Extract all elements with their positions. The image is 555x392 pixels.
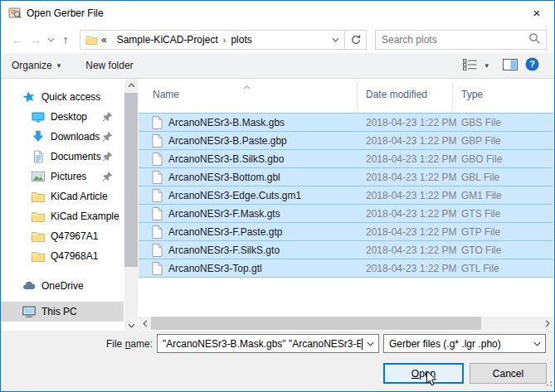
folder-icon <box>85 34 98 46</box>
view-dropdown-icon[interactable]: ▾ <box>484 61 489 70</box>
file-row[interactable]: ArcanoNESr3-B.Mask.gbs 2018-04-23 1:22 P… <box>139 114 553 132</box>
scroll-left-icon[interactable] <box>139 317 151 330</box>
file-date-modified: 2018-04-23 1:22 PM <box>366 153 461 165</box>
up-icon[interactable]: ↑ <box>56 31 75 49</box>
history-chevron-icon[interactable] <box>45 31 56 49</box>
sidebar-item-desktop[interactable]: Desktop <box>1 107 124 127</box>
quick-access-icon <box>22 90 36 104</box>
scrollbar-track[interactable] <box>151 317 541 330</box>
search-icon[interactable] <box>528 32 540 46</box>
new-folder-button[interactable]: New folder <box>85 60 133 71</box>
cancel-button[interactable]: Cancel <box>470 363 547 384</box>
file-type: GBS File <box>461 117 501 128</box>
view-controls: ▾ ? <box>463 57 543 74</box>
column-header-date-modified[interactable]: Date modified <box>366 89 427 100</box>
organize-dropdown-icon: ▾ <box>57 61 61 70</box>
column-divider[interactable] <box>452 82 453 109</box>
scroll-right-icon[interactable] <box>541 317 553 330</box>
sidebar-item-label: OneDrive <box>41 280 84 292</box>
file-type: GTL File <box>461 263 499 274</box>
file-type-filter[interactable]: Gerber files (.g* .lgr .pho) <box>383 334 546 353</box>
refresh-icon[interactable] <box>345 30 367 50</box>
file-row[interactable]: ArcanoNESr3-Bottom.gbl 2018-04-23 1:22 P… <box>139 168 553 186</box>
sidebar-item-kicad-article[interactable]: KiCad Article <box>1 186 124 206</box>
sidebar-item-kicad-example[interactable]: KiCad Example <box>1 206 124 226</box>
file-row[interactable]: ArcanoNESr3-F.Mask.gts 2018-04-23 1:22 P… <box>139 205 553 223</box>
close-button[interactable]: × <box>519 1 554 24</box>
sidebar-item-label: Documents <box>51 151 101 162</box>
column-header-name[interactable]: Name <box>153 89 179 100</box>
sidebar-item-label: Desktop <box>51 111 87 123</box>
sidebar-item-label: This PC <box>41 306 77 317</box>
sidebar-item-quick-access[interactable]: Quick access <box>1 87 124 107</box>
file-row[interactable]: ArcanoNESr3-F.SilkS.gto 2018-04-23 1:22 … <box>139 241 553 259</box>
file-date-modified: 2018-04-23 1:22 PM <box>366 117 461 128</box>
file-row[interactable]: ArcanoNESr3-B.Paste.gbp 2018-04-23 1:22 … <box>139 132 553 150</box>
organize-label: Organize <box>12 60 52 71</box>
sidebar-item-onedrive[interactable]: OneDrive <box>1 276 124 296</box>
file-type: GTO File <box>461 244 501 256</box>
breadcrumb-plots[interactable]: plots <box>231 34 251 46</box>
sidebar-item-label: Downloads <box>51 131 100 143</box>
app-icon <box>8 7 22 20</box>
downloads-icon <box>32 130 45 143</box>
file-date-modified: 2018-04-23 1:22 PM <box>366 208 461 220</box>
horizontal-scrollbar[interactable] <box>139 317 553 330</box>
sidebar-item-this-pc[interactable]: This PC <box>1 302 124 322</box>
file-type-value[interactable]: Gerber files (.g* .lgr .pho) <box>389 338 501 350</box>
pin-icon <box>102 131 113 142</box>
search-input[interactable] <box>382 34 528 46</box>
sidebar-item-label: Q47967A1 <box>51 230 98 242</box>
scrollbar-thumb[interactable] <box>151 317 481 330</box>
address-bar[interactable]: « Sample-KiCAD-Project › plots <box>80 30 345 50</box>
column-header-type[interactable]: Type <box>461 89 483 100</box>
file-row[interactable]: ArcanoNESr3-Top.gtl 2018-04-23 1:22 PM G… <box>139 259 553 278</box>
sidebar-scrollbar[interactable] <box>124 79 138 332</box>
chevron-down-icon[interactable] <box>363 335 378 352</box>
desktop-icon <box>32 110 45 123</box>
sidebar-item-q47968a1[interactable]: Q47968A1 <box>1 246 124 266</box>
file-name: ArcanoNESr3-Top.gtl <box>168 263 366 274</box>
resize-grip-icon[interactable] <box>543 378 553 390</box>
organize-button[interactable]: Organize ▾ <box>12 60 61 71</box>
file-row[interactable]: ArcanoNESr3-B.SilkS.gbo 2018-04-23 1:22 … <box>139 150 553 168</box>
sidebar-item-q47967a1[interactable]: Q47967A1 <box>1 226 124 246</box>
file-name-value[interactable]: "ArcanoNESr3-B.Mask.gbs" "ArcanoNESr3-B. <box>163 338 361 350</box>
column-divider[interactable] <box>357 82 358 109</box>
sidebar-item-pictures[interactable]: Pictures <box>1 167 124 186</box>
sidebar-item-label: KiCad Article <box>51 191 108 202</box>
scroll-up-icon[interactable] <box>124 79 138 92</box>
breadcrumb-project[interactable]: Sample-KiCAD-Project <box>117 34 218 46</box>
chevron-down-icon[interactable] <box>529 335 545 352</box>
file-type: GBO File <box>461 153 502 165</box>
svg-text:?: ? <box>529 59 535 69</box>
pin-icon <box>102 111 113 122</box>
file-row[interactable]: ArcanoNESr3-Edge.Cuts.gm1 2018-04-23 1:2… <box>139 186 553 205</box>
title-bar: Open Gerber File × <box>1 1 554 26</box>
file-name-combobox[interactable]: "ArcanoNESr3-B.Mask.gbs" "ArcanoNESr3-B. <box>157 334 379 353</box>
details-view-icon[interactable] <box>463 59 477 73</box>
open-button[interactable]: Open <box>383 363 464 384</box>
help-icon[interactable]: ? <box>525 57 539 74</box>
folder-icon <box>32 230 45 243</box>
sidebar-item-label: Pictures <box>51 171 86 182</box>
file-name-label: File name: <box>1 338 153 350</box>
breadcrumb-overflow[interactable]: « <box>101 34 107 46</box>
sidebar-item-label: Q47968A1 <box>51 250 98 262</box>
preview-pane-icon[interactable] <box>503 59 518 73</box>
address-dropdown-icon[interactable] <box>326 31 344 49</box>
forward-icon[interactable]: → <box>27 31 45 49</box>
file-date-modified: 2018-04-23 1:22 PM <box>366 244 461 256</box>
file-name: ArcanoNESr3-F.Mask.gts <box>168 208 366 220</box>
this-pc-icon <box>22 305 36 318</box>
file-type: GTS File <box>461 208 500 220</box>
sidebar-item-downloads[interactable]: Downloads <box>1 127 124 147</box>
back-icon[interactable]: ← <box>8 31 27 49</box>
sort-ascending-icon <box>243 80 251 92</box>
search-box <box>375 30 547 50</box>
scrollbar-thumb[interactable] <box>124 93 138 267</box>
file-type: GBP File <box>461 135 501 147</box>
file-icon <box>152 262 163 275</box>
file-row[interactable]: ArcanoNESr3-F.Paste.gtp 2018-04-23 1:22 … <box>139 223 553 241</box>
sidebar-item-documents[interactable]: Documents <box>1 147 124 167</box>
